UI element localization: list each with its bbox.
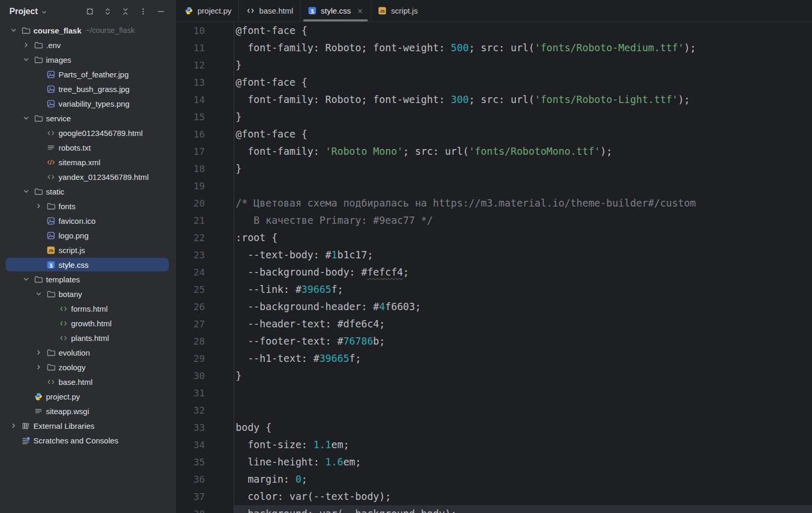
chevron-down-icon[interactable] (19, 52, 33, 67)
tree-item-growth-html[interactable]: growth.html (0, 316, 176, 330)
expand-all-icon[interactable] (101, 5, 114, 18)
code-line-text[interactable]: --link: #39665f; (234, 281, 812, 298)
line-number: 10 (176, 22, 234, 39)
code-line-text[interactable]: color: var(--text-body); (234, 488, 812, 505)
tree-item-external-libraries[interactable]: External Libraries (0, 418, 176, 433)
tree-item-google0123456789-html[interactable]: google0123456789.html (0, 126, 176, 140)
tree-item-variability-types-png[interactable]: variability_types.png (0, 96, 176, 111)
code-line-text[interactable]: margin: 0; (234, 471, 812, 488)
project-view-selector[interactable]: Project (7, 6, 50, 17)
code-line-text[interactable]: } (234, 367, 812, 384)
code-line-text[interactable]: --header-text: #dfe6c4; (234, 315, 812, 333)
tab-base-html[interactable]: base.html (238, 0, 300, 21)
tab-project-py[interactable]: project.py (177, 0, 238, 21)
tree-item-tree-bush-grass-jpg[interactable]: tree_bush_grass.jpg (0, 82, 176, 96)
tree-item-label: google0123456789.html (59, 129, 143, 138)
code-token: b; (373, 335, 385, 347)
chevron-right-icon[interactable] (6, 418, 21, 433)
tree-item-static[interactable]: static (0, 184, 176, 199)
close-icon[interactable] (356, 7, 364, 15)
code-line-text[interactable] (234, 384, 812, 402)
code-line-text[interactable] (234, 402, 812, 419)
tree-item-images[interactable]: images (0, 52, 176, 67)
code-line: 16@font-face { (176, 126, 812, 143)
tree-item-fonts[interactable]: fonts (0, 199, 176, 213)
tree-item-project-py[interactable]: project.py (0, 389, 176, 404)
tree-item-service[interactable]: service (0, 111, 176, 126)
chevron-down-icon[interactable] (6, 23, 21, 38)
code-line-text[interactable]: } (234, 56, 812, 74)
tab-style-css[interactable]: ʒstyle.css (300, 0, 370, 21)
tree-item-style-css[interactable]: ʒstyle.css (0, 257, 176, 272)
code-line-text[interactable]: } (234, 160, 812, 177)
code-line-text[interactable]: --footer-text: #76786b; (234, 333, 812, 350)
tree-item-robots-txt[interactable]: robots.txt (0, 140, 176, 155)
tree-item-yandex-0123456789-html[interactable]: yandex_0123456789.html (0, 169, 176, 184)
locate-target-icon[interactable] (83, 5, 97, 18)
code-editor[interactable]: 10@font-face {11 font-family: Roboto; fo… (176, 22, 812, 513)
line-number: 33 (176, 419, 234, 436)
tree-indent (0, 389, 19, 404)
chevron-slot-empty (6, 433, 21, 448)
code-line-text[interactable]: /* Цветовая схема подбиралась на https:/… (234, 195, 812, 212)
tree-item-scratches-and-consoles[interactable]: Scratches and Consoles (0, 433, 176, 448)
chevron-slot-empty (31, 67, 46, 82)
tree-item-siteapp-wsgi[interactable]: siteapp.wsgi (0, 404, 176, 418)
tree-item-favicon-ico[interactable]: favicon.ico (0, 213, 176, 228)
code-line-text[interactable]: font-family: Roboto; font-weight: 300; s… (234, 91, 812, 108)
code-line-text[interactable]: @font-face { (234, 126, 812, 143)
tree-item-script-js[interactable]: JSscript.js (0, 243, 176, 257)
tree-item-templates[interactable]: templates (0, 272, 176, 287)
collapse-all-icon[interactable] (119, 5, 132, 18)
code-line-text[interactable]: @font-face { (234, 74, 812, 91)
line-number: 25 (176, 281, 234, 298)
code-line-text[interactable] (234, 177, 812, 195)
chevron-right-icon[interactable] (19, 38, 33, 52)
tree-item-course-flask[interactable]: course_flask~/course_flask (0, 23, 176, 38)
tree-item-zoology[interactable]: zoology (0, 360, 176, 374)
code-line-text[interactable]: --background-body: #fefcf4; (234, 264, 812, 281)
code-line-text[interactable]: --h1-text: #39665f; (234, 350, 812, 367)
code-line: 37 color: var(--text-body); (176, 488, 812, 505)
code-line-text[interactable]: font-family: Roboto; font-weight: 500; s… (234, 39, 812, 56)
tree-indent (0, 213, 31, 228)
chevron-down-icon[interactable] (19, 272, 33, 287)
chevron-down-icon[interactable] (19, 111, 33, 126)
chevron-right-icon[interactable] (31, 199, 46, 213)
code-line-text[interactable]: line-height: 1.6em; (234, 453, 812, 471)
code-token: b1c17; (337, 249, 373, 260)
code-line-text[interactable]: } (234, 108, 812, 126)
ide-window: Project course_flask~/course_flask.envim… (0, 0, 812, 513)
code-line-text[interactable]: :root { (234, 229, 812, 246)
chevron-down-icon[interactable] (19, 184, 33, 199)
code-line-text[interactable]: font-size: 1.1em; (234, 436, 812, 453)
tree-item-forms-html[interactable]: forms.html (0, 301, 176, 316)
line-number: 15 (176, 108, 234, 126)
code-line-text[interactable]: background: var(--background-body); (234, 505, 812, 513)
code-line-text[interactable]: В качестве Primary: #9eac77 */ (234, 212, 812, 229)
code-line-text[interactable]: @font-face { (234, 22, 812, 39)
folder-file-icon (33, 40, 43, 50)
tree-item-base-html[interactable]: base.html (0, 374, 176, 389)
chevron-down-icon[interactable] (31, 287, 46, 301)
chevron-down-icon (40, 8, 48, 16)
tree-item-evolution[interactable]: evolution (0, 345, 176, 360)
code-line-text[interactable]: font-family: 'Roboto Mono'; src: url('fo… (234, 143, 812, 160)
chevron-right-icon[interactable] (31, 345, 46, 360)
code-line-text[interactable]: --text-body: #1b1c17; (234, 246, 812, 264)
folder-file-icon (33, 55, 43, 64)
tree-item-parts-of-feather-jpg[interactable]: Parts_of_feather.jpg (0, 67, 176, 82)
tree-item-env[interactable]: .env (0, 38, 176, 52)
tab-script-js[interactable]: JSscript.js (370, 0, 425, 21)
tree-indent (0, 301, 44, 316)
code-line-text[interactable]: body { (234, 419, 812, 436)
tree-item-logo-png[interactable]: logo.png (0, 228, 176, 243)
tree-item-sitemap-xml[interactable]: sitemap.xml (0, 155, 176, 169)
tree-item-botany[interactable]: botany (0, 287, 176, 301)
tree-item-plants-html[interactable]: plants.html (0, 330, 176, 345)
chevron-right-icon[interactable] (31, 360, 46, 374)
code-line-text[interactable]: --background-header: #4f6603; (234, 298, 812, 315)
hide-tool-window-icon[interactable] (154, 5, 168, 18)
more-options-icon[interactable] (136, 5, 150, 18)
code-token: /* Цветовая схема подбиралась на https:/… (236, 197, 696, 209)
